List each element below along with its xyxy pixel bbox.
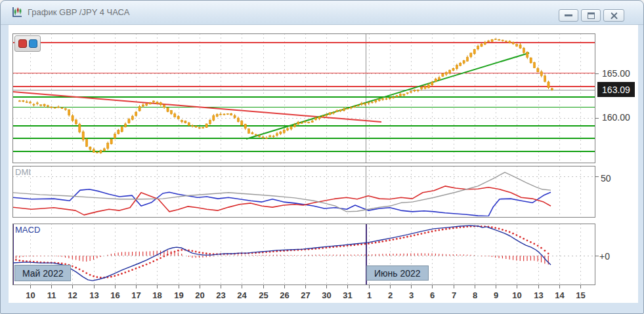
candle-body (110, 139, 112, 144)
macd-signal-dot (396, 238, 398, 240)
candle-body (537, 69, 539, 72)
chart-canvas[interactable] (1, 1, 644, 314)
macd-signal-dot (191, 250, 193, 252)
candle-body (424, 87, 426, 88)
candle-body (477, 46, 479, 49)
candle-body (494, 39, 496, 39)
candle-body (523, 49, 525, 53)
candle-body (226, 113, 228, 114)
candle-body (131, 116, 133, 119)
dmi-axis-label-50: 50 (601, 173, 611, 184)
macd-signal-dot (530, 241, 532, 243)
macd-signal-dot (498, 228, 500, 230)
candle-body (421, 87, 423, 88)
candle-body (223, 114, 225, 115)
candle-body (163, 105, 165, 107)
titlebar[interactable]: График GBP /JPY 4 ЧАСА (1, 1, 643, 25)
candle-body (234, 115, 236, 117)
candle-body (216, 114, 218, 116)
candle-body (293, 125, 295, 127)
candle-body (427, 85, 429, 88)
close-button[interactable] (603, 9, 624, 22)
macd-signal-dot (89, 274, 91, 276)
macd-signal-dot (128, 270, 130, 272)
macd-signal-dot (406, 236, 408, 238)
candle-body (170, 110, 172, 113)
macd-signal-dot (170, 252, 172, 254)
minimize-button[interactable] (559, 9, 578, 22)
candle-body (460, 63, 462, 66)
candle-body (382, 99, 384, 100)
macd-signal-dot (403, 237, 405, 239)
candle-body (318, 117, 320, 119)
price-axis-label-160: 160.00 (602, 112, 630, 123)
candle-body (118, 130, 119, 134)
blue-series-button[interactable] (29, 39, 37, 48)
red-series-button[interactable] (18, 39, 27, 48)
candle-body (491, 39, 493, 41)
candle-body (410, 92, 412, 92)
candle-body (57, 107, 59, 108)
macd-signal-dot (167, 254, 169, 256)
candle-body (519, 45, 521, 48)
macd-signal-dot (163, 256, 165, 258)
candle-body (350, 108, 352, 108)
macd-signal-dot (389, 239, 391, 241)
macd-signal-dot (494, 227, 496, 229)
candle-body (354, 107, 356, 108)
macd-signal-dot (512, 233, 514, 235)
macd-signal-dot (381, 241, 383, 243)
candle-body (174, 114, 176, 117)
candle-body (247, 129, 249, 134)
candle-body (160, 103, 161, 105)
macd-signal-dot (393, 239, 395, 241)
macd-signal-dot (131, 269, 133, 271)
candle-body (237, 118, 239, 122)
candle-body (360, 103, 362, 104)
candle-body (209, 120, 211, 124)
candle-body (100, 150, 102, 153)
restore-button[interactable] (581, 9, 601, 22)
candle-body (509, 41, 511, 43)
candle-body (516, 45, 518, 47)
candle-body (198, 127, 200, 128)
candle-body (30, 102, 32, 104)
candle-body (297, 122, 299, 124)
macd-signal-dot (114, 275, 116, 277)
candle-body (364, 104, 366, 104)
macd-signal-dot (209, 253, 211, 255)
candle-body (26, 102, 28, 102)
macd-signal-dot (121, 273, 123, 275)
window-controls (559, 9, 624, 22)
candle-body (195, 126, 197, 127)
macd-signal-dot (375, 242, 377, 244)
current-price-tag: 163.09 (597, 82, 635, 97)
candle-body (269, 136, 271, 137)
candle-body (64, 109, 66, 110)
macd-signal-dot (181, 249, 182, 251)
candle-body (47, 106, 49, 106)
candle-body (481, 44, 483, 47)
candle-body (241, 121, 243, 125)
macd-signal-dot (198, 252, 200, 254)
candle-body (61, 108, 63, 108)
candle-body (431, 82, 433, 85)
candle-body (378, 100, 380, 101)
macd-signal-dot (371, 242, 373, 244)
candle-body (290, 127, 292, 129)
macd-signal-dot (502, 229, 504, 231)
macd-signal-dot (456, 227, 458, 229)
candle-body (36, 103, 38, 104)
macd-signal-dot (15, 259, 17, 261)
macd-signal-dot (75, 267, 77, 269)
candle-body (79, 125, 81, 132)
macd-line (12, 226, 551, 281)
macd-signal-dot (174, 250, 176, 252)
candle-body (114, 134, 116, 138)
macd-signal-dot (442, 229, 444, 231)
macd-signal-dot (160, 257, 161, 259)
candle-body (167, 108, 169, 112)
candle-body (146, 104, 148, 105)
macd-signal-dot (435, 230, 437, 232)
macd-signal-dot (96, 276, 98, 278)
